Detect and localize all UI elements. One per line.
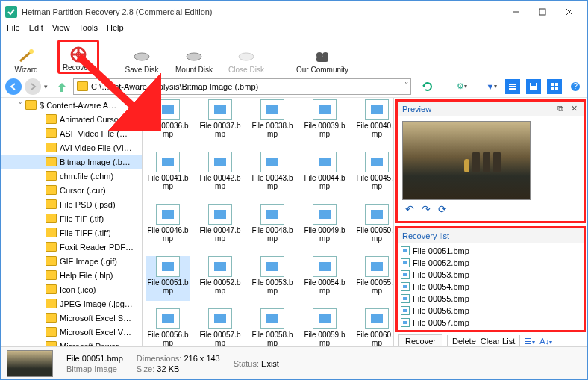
options-button[interactable]: ⚙▾ [454,79,469,94]
filter-button[interactable]: ▼▾ [484,79,499,94]
nav-history-dropdown[interactable]: ▾ [44,83,48,90]
file-item[interactable]: File 00051.bmp [146,256,190,301]
folder-icon [46,270,60,281]
view-grid-button[interactable] [547,79,562,94]
tree-item[interactable]: Bitmap Image (.b… [1,155,142,169]
nav-up-button[interactable] [54,78,70,95]
menu-file[interactable]: File [7,23,20,38]
file-item[interactable]: File 00054.bmp [302,256,347,301]
preview-title: Preview [402,105,431,113]
file-item[interactable]: File 00040.bmp [354,99,393,144]
help-button[interactable]: ? [568,79,583,94]
file-item[interactable]: File 00041.bmp [146,152,190,196]
file-item[interactable]: File 00042.bmp [198,152,243,196]
file-item[interactable]: File 00058.bmp [250,308,295,346]
preview-popout-icon[interactable]: ⧉ [555,104,566,113]
rotate-left-icon[interactable]: ↶ [405,203,414,214]
list-options-icon[interactable]: ☰▾ [525,337,535,346]
file-item[interactable]: File 00036.bmp [146,99,190,144]
file-item[interactable]: File 00052.bmp [198,256,243,301]
file-item[interactable]: File 00059.bmp [302,308,347,346]
sort-icon[interactable]: A↓▾ [539,337,552,346]
tree-item[interactable]: chm.file (.chm) [1,169,142,183]
file-thumbnail [313,152,337,172]
tree-item[interactable]: Microsoft Excel S… [1,311,142,325]
recovery-toolbar: Recover Delete Clear List ☰▾ A↓▾ [394,334,587,346]
file-item[interactable]: File 00043.bmp [250,152,295,196]
file-item[interactable]: File 00048.bmp [250,204,295,249]
svg-text:?: ? [573,81,578,90]
preview-close-icon[interactable]: ✕ [569,104,579,113]
recover-button[interactable]: Recover [398,334,442,346]
view-save-button[interactable] [526,79,541,94]
file-item[interactable]: File 00044.bmp [302,152,347,196]
tree-item[interactable]: Microsoft Excel V… [1,325,142,339]
tree-item[interactable]: AVI Video File (VI… [1,140,142,155]
tree-item[interactable]: Microsoft Power… [1,339,142,346]
menu-edit[interactable]: Edit [29,23,43,38]
rotate-right-icon[interactable]: ↷ [422,203,431,214]
delete-button[interactable]: Delete [452,337,476,346]
menu-tools[interactable]: Tools [78,23,98,38]
svg-rect-2 [539,9,545,15]
refresh-preview-icon[interactable]: ⟳ [438,203,447,214]
close-button[interactable] [556,2,583,22]
file-item[interactable]: File 00057.bmp [198,308,243,346]
menu-help[interactable]: Help [107,23,124,38]
tree-item[interactable]: Help File (.hlp) [1,268,142,282]
recovery-list-item[interactable]: File 00054.bmp [401,281,581,293]
recovery-button[interactable]: Recovery [57,40,99,74]
tree-item[interactable]: File PSD (.psd) [1,197,142,211]
recovery-list-title: Recovery list [402,231,449,240]
file-item[interactable]: File 00050.bmp [354,204,393,249]
file-item[interactable]: File 00047.bmp [198,204,243,249]
recovery-list-item[interactable]: File 00051.bmp [401,245,581,257]
file-item[interactable]: File 00055.bmp [354,256,393,301]
tree-item[interactable]: Icon (.ico) [1,282,142,296]
file-item[interactable]: File 00045.bmp [354,152,393,196]
tree-item[interactable]: ASF Video File (… [1,126,142,140]
folder-tree[interactable]: ˅$ Content-Aware A… Animated Curso…ASF V… [1,98,143,346]
tree-item[interactable]: File TIFF (.tiff) [1,225,142,240]
tree-item[interactable]: JPEG Image (.jpg… [1,296,142,311]
clear-list-button[interactable]: Clear List [481,337,515,346]
recovery-list-item[interactable]: File 00057.bmp [401,317,581,328]
file-thumbnail [156,152,180,172]
file-item[interactable]: File 00056.bmp [146,308,190,346]
refresh-button[interactable] [420,79,435,94]
save-disk-button[interactable]: Save Disk [121,40,163,74]
file-item[interactable]: File 00037.bmp [198,99,243,144]
tree-item[interactable]: GIF Image (.gif) [1,254,142,268]
file-item[interactable]: File 00039.bmp [302,99,347,144]
address-dropdown-icon[interactable]: ˅ [404,81,409,91]
recovery-list-item[interactable]: File 00053.bmp [401,269,581,281]
file-item[interactable]: File 00046.bmp [146,204,190,249]
maximize-button[interactable] [529,2,556,22]
file-item[interactable]: File 00053.bmp [250,256,295,301]
community-button[interactable]: Our Community [289,40,356,74]
recovery-list-item[interactable]: File 00052.bmp [401,257,581,269]
tree-item[interactable]: File TIF (.tif) [1,211,142,225]
minimize-button[interactable] [502,2,529,22]
nav-back-button[interactable] [5,78,22,95]
file-thumbnail [260,99,284,120]
file-thumbnail [156,204,180,225]
mount-disk-button[interactable]: Mount Disk [173,40,215,74]
status-thumbnail [7,350,53,377]
tree-item[interactable]: Animated Curso… [1,112,142,126]
wizard-button[interactable]: Wizard [5,40,47,74]
view-list-button[interactable] [505,79,520,94]
address-bar[interactable]: C:\…ent-Aware Analysis\Bitmap Image (.bm… [73,78,411,95]
recovery-list-item[interactable]: File 00056.bmp [401,305,581,317]
file-item[interactable]: File 00049.bmp [302,204,347,249]
file-item[interactable]: File 00038.bmp [250,99,295,144]
file-item[interactable]: File 00060.bmp [354,308,393,346]
tree-item[interactable]: Cursor (.cur) [1,183,142,197]
menu-view[interactable]: View [52,23,70,38]
file-grid[interactable]: File 00036.bmpFile 00037.bmpFile 00038.b… [143,98,393,346]
recovery-list-item[interactable]: File 00055.bmp [401,293,581,305]
tree-root[interactable]: ˅$ Content-Aware A… [1,98,142,112]
file-thumbnail [260,204,284,225]
file-thumbnail [156,256,180,277]
tree-item[interactable]: Foxit Reader PDF… [1,240,142,254]
